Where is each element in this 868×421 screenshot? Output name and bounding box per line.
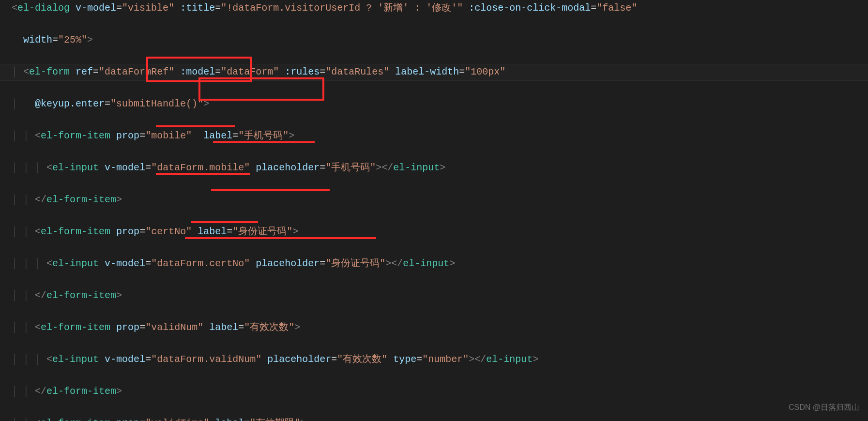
watermark: CSDN @日落归西山	[789, 399, 859, 415]
code-editor[interactable]: <el-dialog v-model="visible" :title="!da…	[0, 0, 868, 421]
